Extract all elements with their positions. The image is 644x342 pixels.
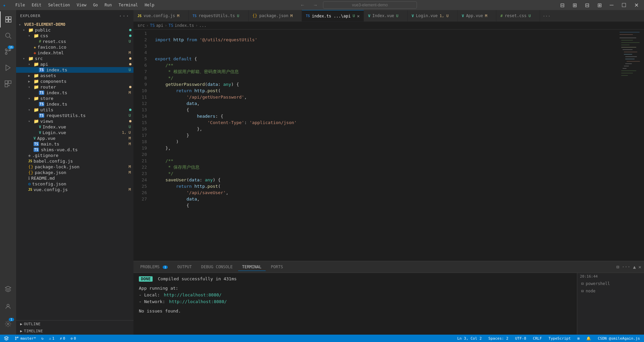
- tab-ports[interactable]: PORTS: [267, 263, 287, 271]
- folder-components[interactable]: ▶ 📁 components: [16, 78, 133, 84]
- breadcrumb-file[interactable]: index.ts: [175, 23, 194, 28]
- folder-public[interactable]: ▾ 📁 public: [16, 27, 133, 33]
- sidebar-more-button[interactable]: ···: [119, 13, 129, 19]
- folder-store[interactable]: ▾ 📁 store: [16, 96, 133, 101]
- remote-status-item[interactable]: [3, 336, 11, 341]
- menu-go[interactable]: Go: [90, 2, 100, 8]
- feedback-item[interactable]: CSDN @smileAgain.js: [596, 336, 641, 341]
- tab-package-json[interactable]: {} package.json M ×: [249, 10, 302, 22]
- menu-run[interactable]: Run: [102, 2, 115, 8]
- file-index-html[interactable]: ▾ ◈ index.html M: [16, 50, 133, 56]
- timeline-section[interactable]: ▶ TIMELINE: [16, 328, 133, 335]
- layout-1-button[interactable]: ⊟: [557, 1, 567, 9]
- navigate-back-button[interactable]: ←: [298, 2, 308, 8]
- file-package-lock[interactable]: ▾ {} package-lock.json M: [16, 164, 133, 170]
- breadcrumb-src[interactable]: src: [138, 23, 145, 28]
- menu-file[interactable]: File: [13, 2, 28, 8]
- line-ending-item[interactable]: CRLF: [532, 336, 543, 341]
- folder-assets[interactable]: ▶ 📁 assets: [16, 73, 133, 78]
- outline-section[interactable]: ▶ OUTLINE: [16, 321, 133, 328]
- activity-search[interactable]: [0, 27, 16, 44]
- activity-account[interactable]: [0, 298, 16, 315]
- folder-router[interactable]: ▾ 📁 router: [16, 84, 133, 90]
- file-readme[interactable]: ▾ ℹ README.md: [16, 175, 133, 181]
- activity-run-debug[interactable]: [0, 60, 16, 76]
- tab-output[interactable]: OUTPUT: [173, 263, 196, 271]
- folder-src[interactable]: ▾ 📁 src: [16, 56, 133, 61]
- menu-help[interactable]: Help: [142, 2, 157, 8]
- close-panel-button[interactable]: ✕: [639, 264, 641, 270]
- maximize-panel-button[interactable]: ▲: [633, 264, 636, 270]
- file-router-index-ts[interactable]: ▾ TS index.ts M: [16, 90, 133, 96]
- network-url-link[interactable]: http://localhost:8080/: [169, 299, 227, 304]
- folder-css[interactable]: ▾ 📁 css: [16, 33, 133, 39]
- breadcrumb-api[interactable]: api: [156, 23, 163, 28]
- title-search-input[interactable]: [323, 1, 417, 9]
- folder-api[interactable]: ▾ 📁 api: [16, 61, 133, 67]
- lint-item[interactable]: ⊘ 0: [69, 336, 77, 341]
- tab-reset-css[interactable]: # reset.css U ×: [496, 10, 540, 22]
- file-reset-css[interactable]: ▾ # reset.css U: [16, 39, 133, 44]
- warnings-item[interactable]: ⚠ 1: [48, 336, 56, 341]
- project-root[interactable]: ▾ VUE3-ELEMENT-DEMO: [16, 22, 133, 27]
- tab-debug-console[interactable]: DEBUG CONSOLE: [197, 263, 237, 271]
- activity-extensions[interactable]: [0, 76, 16, 92]
- activity-remote[interactable]: [0, 281, 16, 297]
- close-button[interactable]: ✕: [632, 1, 641, 9]
- sync-status-item[interactable]: ↻: [40, 336, 45, 341]
- menu-selection[interactable]: Selection: [45, 2, 72, 8]
- file-babel-config[interactable]: ▾ JS babel.config.js: [16, 158, 133, 164]
- terminal-node-item[interactable]: ⊟ node: [577, 287, 644, 295]
- tabs-overflow-button[interactable]: ···: [540, 13, 553, 18]
- tab-app-vue[interactable]: V App.vue M ×: [458, 10, 496, 22]
- terminal-more-button[interactable]: ···: [622, 264, 630, 270]
- activity-source-control[interactable]: 16: [0, 44, 16, 60]
- language-mode-item[interactable]: TypeScript: [547, 336, 572, 341]
- file-favicon[interactable]: ▾ ★ favicon.ico: [16, 44, 133, 50]
- layout-icon-item[interactable]: ⊞: [576, 336, 581, 341]
- menu-terminal[interactable]: Terminal: [116, 2, 141, 8]
- file-vue-config[interactable]: ▾ JS vue.config.js M: [16, 187, 133, 192]
- terminal-powershell-item[interactable]: ⊟ powershell: [577, 280, 644, 287]
- activity-settings[interactable]: 1: [0, 316, 16, 332]
- tab-terminal[interactable]: TERMINAL: [238, 263, 266, 271]
- tab-login-vue[interactable]: V Login.vue 1, U ×: [408, 10, 458, 22]
- folder-views[interactable]: ▾ 📁 views: [16, 118, 133, 124]
- folder-utils[interactable]: ▾ 📁 utils: [16, 107, 133, 113]
- notification-item[interactable]: 🔔: [585, 336, 592, 341]
- maximize-button[interactable]: ☐: [619, 1, 629, 9]
- layout-2-button[interactable]: ⊞: [570, 1, 580, 9]
- activity-explorer[interactable]: [0, 11, 16, 27]
- menu-edit[interactable]: Edit: [29, 2, 44, 8]
- tab-index-vue[interactable]: V Index.vue U ×: [364, 10, 408, 22]
- file-app-vue[interactable]: ▾ V App.vue M: [16, 135, 133, 141]
- spaces-item[interactable]: Spaces: 2: [487, 336, 510, 341]
- errors-item[interactable]: ✗ 0: [58, 336, 66, 341]
- encoding-item[interactable]: UTF-8: [514, 336, 528, 341]
- tab-vue-config[interactable]: JS vue.config.js M ×: [133, 10, 189, 22]
- breadcrumb-more[interactable]: ...: [199, 23, 207, 28]
- tab-problems[interactable]: PROBLEMS 1: [136, 263, 172, 271]
- layout-4-button[interactable]: ⊞: [595, 1, 604, 9]
- tab-close-button[interactable]: ×: [357, 13, 360, 19]
- layout-3-button[interactable]: ⊟: [582, 1, 592, 9]
- file-store-index-ts[interactable]: ▾ TS index.ts: [16, 101, 133, 107]
- file-api-index-ts[interactable]: ▾ TS index.ts U: [16, 67, 133, 73]
- file-main-ts[interactable]: ▾ TS main.ts M: [16, 141, 133, 147]
- cursor-position-item[interactable]: Ln 3, Col 2: [456, 336, 483, 341]
- tab-api-index[interactable]: TS index.ts ...\api U ×: [302, 10, 364, 22]
- file-gitignore[interactable]: ▾ ◈ .gitignore: [16, 153, 133, 158]
- git-branch-item[interactable]: master*: [13, 336, 37, 341]
- local-url-link[interactable]: http://localhost:8080/: [164, 292, 221, 297]
- file-index-vue[interactable]: ▾ V Index.vue U: [16, 124, 133, 130]
- code-editor[interactable]: import http from '@/utils/requestUtils' …: [150, 30, 617, 261]
- file-tsconfig[interactable]: ▾ ⚙ tsconfig.json: [16, 181, 133, 187]
- file-shims-vue[interactable]: ▾ TS shims-vue.d.ts: [16, 147, 133, 153]
- split-terminal-button[interactable]: ⊟: [616, 264, 619, 270]
- file-login-vue[interactable]: ▾ V Login.vue 1, U: [16, 130, 133, 135]
- file-package-json[interactable]: ▾ {} package.json M: [16, 170, 133, 175]
- terminal-content[interactable]: DONE Compiled successfully in 431ms App …: [133, 273, 577, 335]
- minimize-button[interactable]: ─: [607, 1, 616, 9]
- file-request-utils-ts[interactable]: ▾ TS requestUtils.ts U: [16, 113, 133, 118]
- tab-request-utils[interactable]: TS requestUtils.ts U ×: [189, 10, 248, 22]
